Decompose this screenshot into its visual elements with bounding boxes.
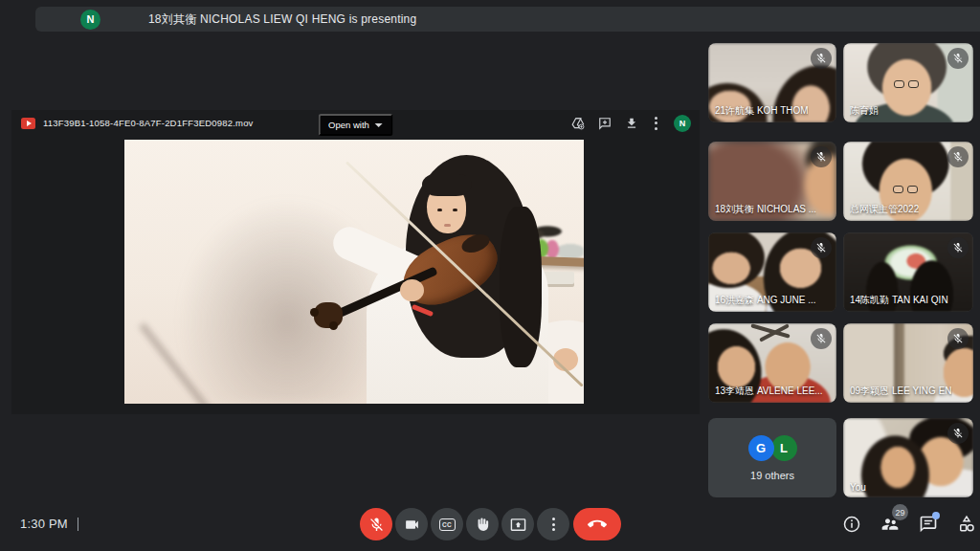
google-meet-window: N 18刘其衡 NICHOLAS LIEW QI HENG is present… [0,0,980,551]
mic-muted-badge [947,48,969,69]
raise-hand-icon [475,517,491,533]
participant-tile[interactable]: 陈育娟 [843,43,973,122]
meeting-details-button[interactable] [833,505,871,543]
participant-name: 总网课主管2022 [850,203,919,216]
shared-screen-video-player: 113F39B1-1058-4FE0-8A7F-2D1FF3ED0982.mov… [11,110,700,414]
account-avatar[interactable]: N [674,115,691,132]
mic-off-icon [952,333,964,344]
info-icon [842,515,861,534]
more-options-icon[interactable] [652,117,660,130]
video-file-icon [21,118,35,129]
violinist-eye [453,209,457,211]
clock-time: 1:30 PM [20,517,68,531]
more-options-button[interactable] [537,508,569,540]
participant-name: 09李颖恩 LEE YING EN [850,385,952,398]
call-end-icon [588,515,607,534]
participant-tile[interactable]: 总网课主管2022 [843,142,973,221]
mic-off-icon [952,151,964,163]
mic-muted-badge [811,48,832,69]
mic-off-icon [368,517,385,533]
captions-icon: CC [439,518,456,531]
participant-tile[interactable]: 13李靖恩 AVLENE LEE... [708,323,836,403]
violinist-eye [437,209,442,211]
others-count-label: 19 others [750,470,794,481]
mic-muted-badge [947,328,969,349]
others-tile[interactable]: G L 19 others [708,418,836,497]
mic-off-icon [952,242,964,253]
participant-name: 21许航集 KOH THOM [715,104,809,118]
file-group: 113F39B1-1058-4FE0-8A7F-2D1FF3ED0982.mov [21,110,254,136]
violinist-fringe [422,174,472,196]
violinist-mouth [444,224,451,227]
camera-icon [404,517,420,533]
video-frame-violinist[interactable] [124,140,584,404]
divider [78,518,78,531]
mic-button-muted[interactable] [360,508,392,540]
mic-off-icon [815,333,827,344]
mic-muted-badge [947,423,969,444]
participant-tile[interactable]: 09李颖恩 LEE YING EN [843,323,973,403]
player-toolbar: 113F39B1-1058-4FE0-8A7F-2D1FF3ED0982.mov… [11,110,700,136]
glasses [894,80,919,88]
camera-button[interactable] [395,508,428,540]
avatar-l: L [771,435,797,461]
presenting-banner: N 18刘其衡 NICHOLAS LIEW QI HENG is present… [35,7,980,32]
mic-off-icon [952,53,964,64]
mic-off-icon [815,53,827,64]
glasses [893,186,918,193]
participant-tile[interactable]: 18刘其衡 NICHOLAS ... [708,142,836,221]
participant-name: 陈育娟 [850,104,879,118]
violin-peg [329,321,338,330]
captions-button[interactable]: CC [431,508,463,540]
chat-button[interactable] [909,505,947,543]
self-label: You [850,482,866,493]
violin-peg [310,308,319,317]
mic-off-icon [952,428,964,439]
mic-muted-badge [947,237,969,258]
presenter-avatar: N [80,10,100,30]
participant-name: 16洪嘉森 ANG JUNE ... [715,294,816,307]
mic-muted-badge [811,328,832,349]
presenting-banner-text: 18刘其衡 NICHOLAS LIEW QI HENG is presentin… [148,11,416,28]
meeting-time: 1:30 PM [20,517,78,531]
present-button[interactable] [501,508,534,540]
mic-muted-badge [947,146,969,167]
mic-muted-badge [811,237,832,258]
open-with-label: Open with [328,120,369,130]
present-screen-icon [510,517,526,533]
participant-tile[interactable]: 14陈凯勤 TAN KAI QIN [843,232,973,312]
avatar-g: G [748,435,774,461]
raise-hand-button[interactable] [466,508,499,540]
violinist-left-hand [400,279,424,301]
participant-count-badge: 29 [892,504,908,520]
mic-off-icon [815,242,827,253]
player-toolbar-icons: N [571,110,691,136]
activities-icon [957,515,976,534]
download-icon[interactable] [625,117,638,130]
others-avatars: G L [748,435,797,461]
chat-notification-dot [932,512,940,519]
more-options-icon [549,518,558,531]
chevron-down-icon [375,123,383,127]
self-view-tile[interactable]: You [843,418,973,497]
mic-muted-badge [811,146,832,167]
participant-name: 18刘其衡 NICHOLAS ... [715,203,816,216]
add-to-drive-icon[interactable] [571,117,585,130]
open-with-button[interactable]: Open with [318,114,393,136]
violin-pegbox [314,302,343,328]
participants-button[interactable]: 29 [871,505,909,543]
participant-name: 14陈凯勤 TAN KAI QIN [850,294,948,307]
end-call-button[interactable] [573,508,621,540]
participant-name: 13李靖恩 AVLENE LEE... [715,385,823,398]
add-comment-icon[interactable] [598,117,612,130]
participant-tile[interactable]: 21许航集 KOH THOM [708,43,836,122]
mic-off-icon [815,151,827,163]
participant-tile[interactable]: 16洪嘉森 ANG JUNE ... [708,232,836,312]
activities-button[interactable] [947,505,980,543]
video-filename: 113F39B1-1058-4FE0-8A7F-2D1FF3ED0982.mov [43,118,254,128]
